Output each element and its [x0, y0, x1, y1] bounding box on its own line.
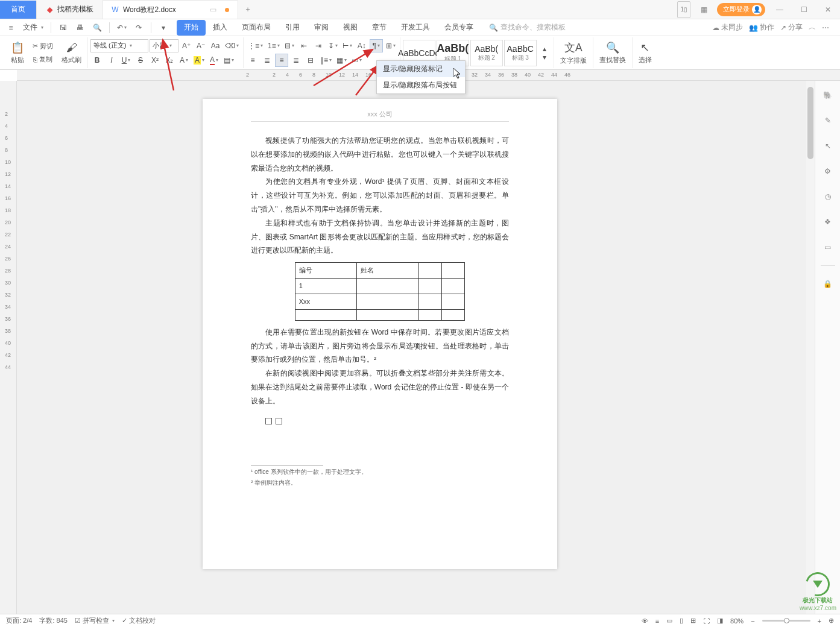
- paragraph[interactable]: 视频提供了功能强大的方法帮助您证明您的观点。当您单击联机视频时，可以在想要添加的…: [251, 134, 509, 175]
- assistant-icon[interactable]: 🐘: [821, 88, 835, 102]
- clear-format-button[interactable]: ⌫▾: [223, 39, 241, 52]
- outline-view-icon[interactable]: ≡: [655, 617, 659, 625]
- paragraph[interactable]: 在新的阅读视图中阅读更加容易。可以折叠文档某些部分并关注所需文本。如果在达到结尾…: [251, 367, 509, 408]
- copy-button[interactable]: ⎘复制: [30, 53, 55, 66]
- web-view-icon[interactable]: ⊞: [690, 617, 696, 625]
- font-color-button[interactable]: A▾: [207, 54, 221, 67]
- read-view-icon[interactable]: ▭: [666, 617, 672, 625]
- ribbon-tab-dev[interactable]: 开发工具: [394, 20, 437, 36]
- align-right-button[interactable]: ≡: [275, 54, 288, 67]
- ribbon-tab-member[interactable]: 会员专享: [437, 20, 481, 36]
- spell-check-button[interactable]: ☑拼写检查▾: [75, 616, 115, 625]
- hamburger-icon[interactable]: ≡: [4, 21, 18, 34]
- paragraph[interactable]: 为使您的文档具有专业外观，Word¹ 提供了页眉、页脚、封面和文本框设计，这些设…: [251, 175, 509, 216]
- tab-templates[interactable]: ◆ 找稻壳模板: [37, 1, 103, 19]
- close-button[interactable]: ✕: [818, 1, 838, 18]
- document-table[interactable]: 编号姓名1Xxx: [295, 262, 465, 321]
- cut-button[interactable]: ✂剪切: [30, 40, 55, 53]
- sync-status[interactable]: ☁未同步: [712, 22, 743, 33]
- new-tab-button[interactable]: ＋: [238, 1, 257, 19]
- tab-document[interactable]: W Word教程2.docx ▭: [103, 1, 238, 19]
- scrollbar-thumb[interactable]: [807, 87, 813, 159]
- strike-button[interactable]: S: [134, 54, 147, 67]
- undo-icon[interactable]: ↶▾: [115, 21, 129, 34]
- find-replace-button[interactable]: 🔍查找替换: [596, 40, 630, 66]
- grow-font-button[interactable]: A⁺: [180, 39, 193, 52]
- pen-icon[interactable]: ✎: [821, 113, 835, 128]
- shading-button[interactable]: ▤▾: [222, 54, 236, 67]
- fullscreen-icon[interactable]: ⛶: [703, 617, 710, 625]
- ribbon-tab-review[interactable]: 审阅: [307, 20, 336, 36]
- styles-more-button[interactable]: ▴▾: [538, 46, 551, 60]
- print-icon[interactable]: 🖶: [73, 21, 87, 34]
- ribbon-tab-insert[interactable]: 插入: [206, 20, 235, 36]
- zoom-fit-icon[interactable]: ◨: [717, 617, 723, 625]
- style-h2[interactable]: AaBb(标题 2: [470, 40, 503, 66]
- ribbon-tab-start[interactable]: 开始: [177, 20, 206, 36]
- zoom-thumb[interactable]: [784, 618, 789, 623]
- document-body[interactable]: 视频提供了功能强大的方法帮助您证明您的观点。当您单击联机视频时，可以在想要添加的…: [251, 134, 509, 429]
- underline-button[interactable]: U▾: [119, 54, 133, 67]
- style-h3[interactable]: AaBbC标题 3: [504, 40, 537, 66]
- window-layout-icon[interactable]: 1▯: [677, 1, 690, 18]
- ribbon-tab-reference[interactable]: 引用: [278, 20, 307, 36]
- login-button[interactable]: 立即登录 👤: [717, 3, 765, 16]
- format-painter-button[interactable]: 🖌格式刷: [58, 40, 85, 66]
- reader-icon[interactable]: ▭: [821, 240, 835, 254]
- ribbon-tab-view[interactable]: 视图: [336, 20, 365, 36]
- bold-button[interactable]: B: [90, 54, 104, 67]
- page-indicator[interactable]: 页面: 2/4: [6, 616, 32, 625]
- bullets-button[interactable]: ⋮≡▾: [246, 39, 265, 52]
- checkbox-icon[interactable]: [265, 418, 272, 424]
- coop-button[interactable]: 👥协作: [749, 22, 774, 33]
- lock-icon[interactable]: 🔒: [821, 277, 835, 291]
- numbering-button[interactable]: 1≡▾: [266, 39, 282, 52]
- zoom-reset-button[interactable]: ⊕: [829, 617, 834, 625]
- page-view-icon[interactable]: ▯: [680, 617, 683, 625]
- select-button[interactable]: ↖选择: [635, 40, 655, 66]
- zoom-slider[interactable]: [762, 620, 810, 622]
- checkbox-icon[interactable]: [276, 418, 282, 424]
- multilevel-button[interactable]: ⊟▾: [283, 39, 296, 52]
- highlight-button[interactable]: A▾: [192, 54, 206, 67]
- align-center-button[interactable]: ≣: [261, 54, 274, 67]
- paste-button[interactable]: 📋粘贴: [7, 40, 28, 66]
- align-justify-button[interactable]: ≣: [289, 54, 303, 67]
- redo-icon[interactable]: ↷: [131, 21, 146, 34]
- ribbon-tab-chapter[interactable]: 章节: [365, 20, 394, 36]
- zoom-out-button[interactable]: −: [751, 617, 754, 625]
- print-preview-icon[interactable]: 🔍: [90, 21, 104, 34]
- shrink-font-button[interactable]: A⁻: [194, 39, 207, 52]
- eye-icon[interactable]: 👁: [642, 617, 648, 625]
- template-icon[interactable]: ❖: [821, 215, 835, 229]
- tab-menu-icon[interactable]: ▭: [210, 5, 216, 14]
- paragraph[interactable]: 使用在需要位置出现的新按钮在 Word 中保存时间。若要更改图片适应文档的方式，…: [251, 326, 509, 367]
- collapse-ribbon-icon[interactable]: ︿: [809, 22, 816, 33]
- more-icon[interactable]: ⋯: [822, 24, 829, 32]
- toolbar-dd-icon[interactable]: ▾: [156, 21, 171, 34]
- apps-icon[interactable]: ▦: [695, 1, 712, 18]
- change-case-button[interactable]: Aa: [209, 39, 222, 52]
- vertical-ruler[interactable]: 2468101214161820222426283032343638404244: [0, 81, 17, 614]
- proofing-button[interactable]: ✓文档校对: [122, 616, 156, 625]
- select-tool-icon[interactable]: ↖: [821, 139, 835, 153]
- command-search[interactable]: 🔍 查找命令、搜索模板: [489, 22, 566, 33]
- zoom-in-button[interactable]: +: [818, 617, 821, 625]
- text-layout-button[interactable]: 文A文字排版: [557, 39, 590, 66]
- zoom-value[interactable]: 80%: [730, 617, 744, 625]
- word-count[interactable]: 字数: 845: [39, 616, 67, 625]
- share-button[interactable]: ↗分享: [780, 22, 803, 33]
- toggle-para-layout-button-item[interactable]: 显示/隐藏段落布局按钮: [377, 77, 465, 93]
- toggle-paragraph-marks-item[interactable]: 显示/隐藏段落标记: [377, 61, 465, 77]
- checkbox-row[interactable]: [251, 415, 509, 429]
- save-icon[interactable]: 🖫: [56, 21, 71, 34]
- font-name-select[interactable]: 等线 (正文)▾: [90, 39, 148, 52]
- italic-button[interactable]: I: [105, 54, 118, 67]
- file-menu[interactable]: 文件▾: [21, 22, 46, 33]
- align-left-button[interactable]: ≡: [246, 54, 259, 67]
- clock-icon[interactable]: ◷: [821, 189, 835, 204]
- settings-icon[interactable]: ⚙: [821, 164, 835, 178]
- minimize-button[interactable]: —: [770, 1, 789, 18]
- borders-button[interactable]: ⊞▾: [384, 39, 397, 52]
- ribbon-tab-layout[interactable]: 页面布局: [235, 20, 278, 36]
